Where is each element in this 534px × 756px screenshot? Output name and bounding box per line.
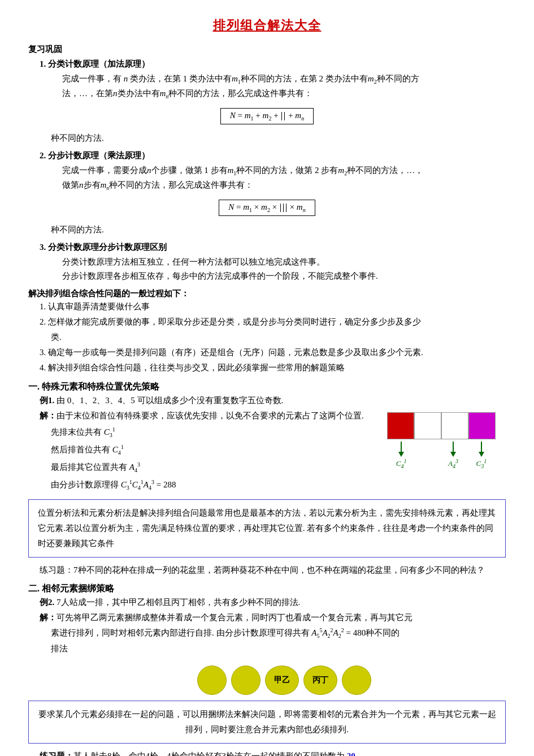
box-red — [387, 412, 414, 439]
process-item2: 2. 怎样做才能完成所要做的事，即采取分步还是分类，或是分步与分类同时进行，确定… — [40, 314, 506, 330]
item2-content2: 做第n步有mn种不同的方法，那么完成这件事共有： — [62, 178, 506, 193]
arrow-label-a43: A43 — [448, 458, 458, 469]
review-section: 复习巩固 1. 分类计数原理（加法原理） 完成一件事，有 n 类办法，在第 1 … — [28, 44, 506, 284]
part1-line3: 最后排其它位置共有 A43 — [51, 459, 381, 476]
part2-exercise: 练习题：某人射击8枪，命中4枪，4枪命中恰好有3枪连在一起的情形的不同种数为 2… — [40, 749, 506, 756]
item1-content1: 完成一件事，有 n 类办法，在第 1 类办法中有m1种不同的方法，在第 2 类办… — [62, 72, 506, 87]
formula1-box: N = m1 + m2 + + mn — [220, 108, 314, 124]
part2-infobox: 要求某几个元素必须排在一起的问题，可以用捆绑法来解决问题，即将需要相邻的元素合并… — [28, 701, 506, 744]
arrow-label-c41: C41 — [396, 458, 407, 469]
arrow-head-2 — [450, 452, 456, 457]
formula1: N = m1 + m2 + + mn — [28, 105, 506, 128]
box-magenta — [468, 412, 496, 439]
item2-content1: 完成一件事，需要分成n个步骤，做第 1 步有m1种不同的方法，做第 2 步有m2… — [62, 163, 506, 178]
page-title: 排列组合解法大全 — [28, 17, 506, 34]
item3-line1: 分类计数原理方法相互独立，任何一种方法都可以独立地完成这件事。 — [62, 255, 506, 270]
part2-section: 二. 相邻元素捆绑策略 例2. 7人站成一排，其中甲乙相邻且丙丁相邻，共有多少种… — [28, 583, 506, 756]
formula2: N = m1 × m2 × × mn — [28, 196, 506, 219]
part2-example-label: 例2. 7人站成一排，其中甲乙相邻且丙丁相邻，共有多少种不同的排法. — [40, 597, 506, 608]
item3-num: 3. 分类计数原理分步计数原理区别 — [40, 243, 167, 252]
part1-example-label: 例1. 由 0、1、2、3、4、5 可以组成多少个没有重复数字五位奇数. — [40, 395, 381, 406]
item3-line2: 分步计数原理各步相互依存，每步中的方法完成事件的一个阶段，不能完成整个事件. — [62, 269, 506, 284]
part1-infobox: 位置分析法和元素分析法是解决排列组合问题最常用也是最基本的方法，若以元素分析为主… — [28, 499, 506, 558]
circle-5 — [342, 666, 371, 695]
box-white-2 — [441, 412, 468, 439]
part1-example: 例1. 由 0、1、2、3、4、5 可以组成多少个没有重复数字五位奇数. 解：由… — [28, 395, 506, 494]
process-title: 解决排列组合综合性问题的一般过程如下： — [28, 288, 506, 299]
item2-num: 2. 分步计数原理（乘法原理） — [40, 151, 150, 160]
part1-right: C41 A43 C31 — [381, 395, 506, 469]
part1-left: 例1. 由 0、1、2、3、4、5 可以组成多少个没有重复数字五位奇数. 解：由… — [28, 395, 381, 494]
arrow-a43: A43 — [448, 442, 458, 469]
circle-bingding: 丙丁 — [303, 666, 337, 695]
process-item2b: 类. — [51, 330, 506, 345]
item1-content2: 法，…，在第n类办法中有mn种不同的方法，那么完成这件事共有： — [62, 87, 506, 101]
item3: 3. 分类计数原理分步计数原理区别 分类计数原理方法相互独立，任何一种方法都可以… — [40, 240, 506, 284]
part2-title: 二. 相邻元素捆绑策略 — [28, 583, 506, 595]
item1: 1. 分类计数原理（加法原理） 完成一件事，有 n 类办法，在第 1 类办法中有… — [40, 57, 506, 101]
part1-line2: 然后排首位共有 C41 — [51, 441, 381, 459]
arrow-stem-1 — [401, 442, 402, 452]
arrow-head-3 — [479, 452, 484, 457]
arrow-stem-3 — [481, 442, 482, 452]
part2-solution: 解：可先将甲乙两元素捆绑成整体并看成一个复合元素，同时丙丁也看成一个复合元素，再… — [40, 610, 506, 625]
box-white-1 — [414, 412, 441, 439]
part1-line4: 由分步计数原理得 C31C41A43 = 288 — [51, 476, 381, 494]
arrows-container: C41 A43 C31 — [387, 442, 496, 469]
arrow-stem-2 — [453, 442, 454, 452]
boxes-row — [387, 412, 506, 439]
review-label: 复习巩固 — [28, 44, 506, 55]
part1-exercise: 练习题：7种不同的花种在排成一列的花盆里，若两种葵花不种在中间，也不种在两端的花… — [40, 563, 506, 578]
part1-section: 一. 特殊元素和特殊位置优先策略 例1. 由 0、1、2、3、4、5 可以组成多… — [28, 381, 506, 578]
process-item3: 3. 确定每一步或每一类是排列问题（有序）还是组合（无序）问题，元素总数是多少及… — [40, 345, 506, 360]
part2-solution2: 素进行排列，同时对相邻元素内部进行自排. 由分步计数原理可得共有 A55A22A… — [51, 625, 506, 641]
item1-after: 种不同的方法. — [51, 131, 506, 146]
circle-jiayibing: 甲乙 — [265, 666, 299, 695]
part1-line1: 先排末位共有 C31 — [51, 424, 381, 441]
process-item1: 1. 认真审题弄清楚要做什么事 — [40, 299, 506, 314]
part1-solution: 解：由于末位和首位有特殊要求，应该优先安排，以免不合要求的元素占了这两个位置. — [40, 408, 381, 424]
formula2-box: N = m1 × m2 × × mn — [219, 200, 315, 216]
part2-exercise-answer: 20 — [347, 751, 355, 756]
arrow-c31: C31 — [476, 442, 487, 469]
circle-2 — [231, 666, 261, 695]
arrow-label-c31: C31 — [476, 458, 487, 469]
part2-solution3: 排法 — [51, 641, 506, 656]
part1-diagram: C41 A43 C31 — [387, 412, 506, 469]
circles-row: 甲乙 丙丁 — [62, 666, 506, 695]
arrow-head-1 — [398, 452, 404, 457]
process-section: 解决排列组合综合性问题的一般过程如下： 1. 认真审题弄清楚要做什么事 2. 怎… — [28, 288, 506, 375]
part1-title: 一. 特殊元素和特殊位置优先策略 — [28, 381, 506, 393]
item2: 2. 分步计数原理（乘法原理） 完成一件事，需要分成n个步骤，做第 1 步有m1… — [40, 149, 506, 193]
arrow-c41: C41 — [396, 442, 407, 469]
item1-num: 1. 分类计数原理（加法原理） — [40, 59, 150, 68]
process-item4: 4. 解决排列组合综合性问题，往往类与步交叉，因此必须掌握一些常用的解题策略 — [40, 360, 506, 375]
item2-after: 种不同的方法. — [51, 223, 506, 237]
circle-1 — [197, 666, 227, 695]
